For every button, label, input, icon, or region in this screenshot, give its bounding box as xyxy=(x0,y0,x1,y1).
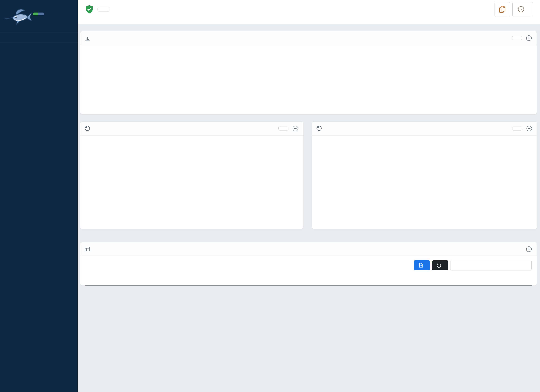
undo-icon xyxy=(436,263,442,268)
copy-link-button[interactable] xyxy=(495,2,510,17)
waits-chart-select[interactable] xyxy=(512,127,522,130)
marlin-fish-logo xyxy=(3,5,33,31)
app-logo xyxy=(0,0,78,33)
page-tabs xyxy=(78,21,540,24)
col-header-wait-time[interactable] xyxy=(390,277,478,283)
sidebar xyxy=(0,0,78,392)
statements-panel xyxy=(80,242,537,286)
collapse-panel-button[interactable] xyxy=(525,34,533,42)
top-waits-panel xyxy=(312,122,537,229)
bar-chart-icon xyxy=(84,35,91,41)
statements-table xyxy=(85,274,532,286)
main-area xyxy=(78,0,540,392)
table-header-row xyxy=(85,274,532,286)
hide-menu-button[interactable] xyxy=(0,33,78,42)
breadcrumb xyxy=(78,16,540,18)
table-icon xyxy=(84,246,91,252)
collapse-panel-button[interactable] xyxy=(525,125,533,132)
export-icon xyxy=(418,263,423,268)
collapse-panel-button[interactable] xyxy=(292,125,299,132)
statements-chart-select[interactable] xyxy=(278,127,288,130)
clock-icon xyxy=(517,5,525,13)
search-input[interactable] xyxy=(450,260,532,270)
activity-chart-select[interactable] xyxy=(512,36,522,40)
top-statements-panel xyxy=(80,122,303,229)
copy-icon xyxy=(498,5,506,13)
pie-chart-icon xyxy=(316,125,322,132)
time-spent-panel xyxy=(80,31,537,114)
export-button[interactable] xyxy=(414,260,430,270)
dbmarlin-app xyxy=(0,0,540,392)
instance-selector[interactable] xyxy=(97,7,110,12)
brand-db xyxy=(33,13,38,15)
top-statements-chart[interactable] xyxy=(80,135,303,228)
top-waits-chart[interactable] xyxy=(312,135,537,228)
topbar xyxy=(78,0,540,24)
brand-marlin xyxy=(38,13,44,15)
clear-button[interactable] xyxy=(432,260,448,270)
collapse-panel-button[interactable] xyxy=(525,245,533,253)
time-spent-chart[interactable] xyxy=(80,45,537,114)
time-range-button[interactable] xyxy=(512,2,533,17)
content xyxy=(78,24,540,286)
col-header-id[interactable] xyxy=(85,277,128,283)
col-header-weight[interactable] xyxy=(478,277,532,283)
health-shield-icon xyxy=(85,5,94,14)
pie-chart-icon xyxy=(84,125,91,132)
